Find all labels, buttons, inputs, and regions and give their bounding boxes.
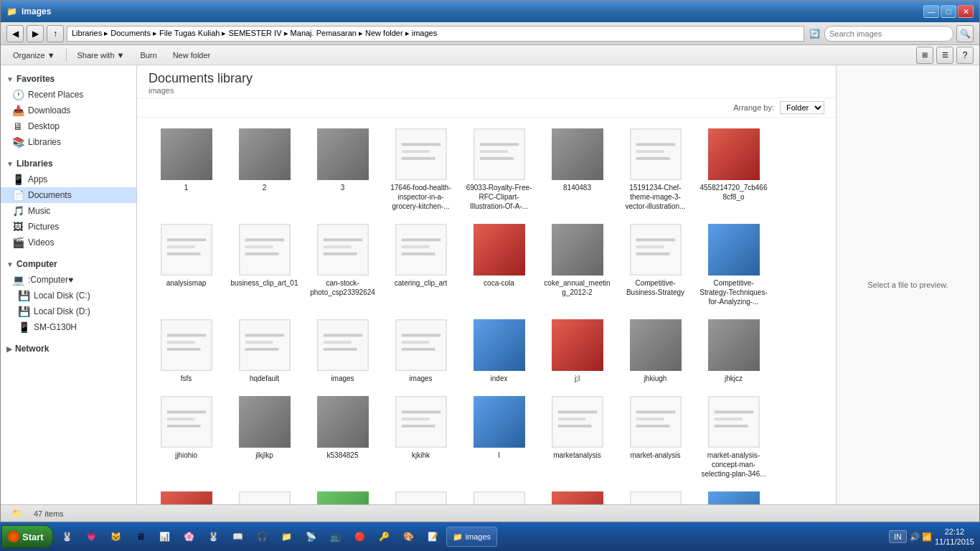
- clock[interactable]: 22:12 11/11/2015: [935, 527, 974, 547]
- sidebar-item-desktop[interactable]: 🖥 Desktop: [1, 118, 136, 134]
- file-item[interactable]: newcoke-adage-042210big: [461, 486, 537, 504]
- network-header[interactable]: ▶ Network: [1, 341, 136, 357]
- sidebar-item-libraries[interactable]: 📚 Libraries: [1, 134, 136, 150]
- file-item[interactable]: kjkihk: [383, 391, 458, 484]
- libraries-header[interactable]: ▼ Libraries: [1, 156, 136, 171]
- file-item[interactable]: images: [305, 314, 380, 388]
- file-item[interactable]: market-research-on-coca-cola-vs-pepsi-1-…: [149, 486, 224, 504]
- file-item[interactable]: new-coke-5-728: [383, 486, 458, 504]
- file-item[interactable]: 69033-Royalty-Free-RFC-Clipart-Illustrat…: [461, 123, 537, 216]
- sidebar-item-music[interactable]: 🎵 Music: [1, 203, 136, 219]
- taskbar-app-3[interactable]: 😺: [105, 525, 128, 548]
- file-item[interactable]: images: [383, 314, 458, 388]
- sidebar-item-recent-places[interactable]: 🕐 Recent Places: [1, 87, 136, 103]
- language-button[interactable]: IN: [889, 530, 907, 543]
- sidebar-item-videos[interactable]: 🎬 Videos: [1, 235, 136, 250]
- file-item[interactable]: j;l: [540, 314, 615, 388]
- file-item[interactable]: 3: [305, 123, 380, 216]
- start-button[interactable]: Start: [1, 525, 53, 548]
- taskbar-app-6[interactable]: 🌸: [178, 525, 201, 548]
- file-item[interactable]: analysismap: [149, 219, 224, 311]
- active-window-btn[interactable]: 📁 images: [446, 527, 497, 547]
- taskbar-app-13[interactable]: 🔴: [349, 525, 372, 548]
- file-thumbnail: [630, 491, 682, 504]
- file-item[interactable]: market-analysis: [618, 391, 693, 484]
- taskbar-app-9[interactable]: 🎧: [251, 525, 274, 548]
- new-folder-button[interactable]: New folder: [166, 49, 217, 62]
- minimize-button[interactable]: —: [923, 5, 939, 18]
- file-name: k5384825: [327, 451, 359, 460]
- sidebar-item-pictures[interactable]: 🖼 Pictures: [1, 219, 136, 235]
- organize-button[interactable]: Organize ▼: [6, 49, 62, 62]
- file-item[interactable]: maxresdefault: [227, 486, 302, 504]
- file-item[interactable]: fsfs: [149, 314, 224, 388]
- taskbar-app-11[interactable]: 📡: [300, 525, 323, 548]
- file-item[interactable]: k5384825: [305, 391, 380, 484]
- taskbar-app-10[interactable]: 📁: [275, 525, 298, 548]
- file-thumbnail: [161, 319, 212, 371]
- view-large-icons[interactable]: ⊞: [916, 47, 933, 64]
- maximize-button[interactable]: □: [941, 5, 956, 18]
- file-item[interactable]: new-coke-change: [540, 486, 615, 504]
- file-item[interactable]: 2: [227, 123, 302, 216]
- help-button[interactable]: ?: [956, 47, 974, 64]
- taskbar-app-7[interactable]: 🐰: [202, 525, 225, 548]
- svg-rect-26: [323, 238, 362, 241]
- file-item[interactable]: mis: [305, 486, 380, 504]
- up-button[interactable]: ↑: [47, 25, 64, 42]
- file-item[interactable]: 8140483: [540, 123, 615, 216]
- back-button[interactable]: ◀: [6, 25, 24, 42]
- burn-button[interactable]: Burn: [133, 49, 163, 62]
- file-item[interactable]: marketanalysis: [540, 391, 615, 484]
- taskbar-app-4[interactable]: 🖥: [129, 525, 152, 548]
- sidebar-item-downloads[interactable]: 📥 Downloads: [1, 103, 136, 118]
- file-item[interactable]: 1: [149, 123, 224, 216]
- file-item[interactable]: 4558214720_7cb4668cf8_o: [696, 123, 771, 216]
- taskbar-app-5[interactable]: 📊: [154, 525, 176, 548]
- file-item[interactable]: jlkjlkp: [227, 391, 302, 484]
- sidebar-item-sm-g130h[interactable]: 📱 SM-G130H: [1, 319, 136, 335]
- computer-header[interactable]: ▼ Computer: [1, 256, 136, 272]
- taskbar-app-2[interactable]: 💗: [80, 525, 103, 548]
- sidebar-item-computer[interactable]: 💻 :Computer♥: [1, 272, 136, 288]
- taskbar-app-15[interactable]: 🎨: [397, 525, 420, 548]
- share-with-button[interactable]: Share with ▼: [71, 49, 131, 62]
- taskbar-app-16[interactable]: 📝: [422, 525, 445, 548]
- file-item[interactable]: jjhiohio: [149, 391, 224, 484]
- file-item[interactable]: jhkiugh: [618, 314, 693, 388]
- arrange-select[interactable]: Folder Name Date Type: [780, 101, 824, 114]
- file-item[interactable]: market-analysis-concept-man-selecting-pl…: [696, 391, 771, 484]
- file-item[interactable]: 15191234-Chef-theme-image-3-vector-illus…: [618, 123, 693, 216]
- file-item[interactable]: 17646-food-health-inspector-in-a-grocery…: [383, 123, 458, 216]
- file-item[interactable]: index: [461, 314, 537, 388]
- sidebar-item-local-disk-d[interactable]: 💾 Local Disk (D:): [1, 303, 136, 319]
- search-input[interactable]: [824, 26, 953, 42]
- file-thumbnail: [395, 128, 447, 180]
- sidebar-item-documents[interactable]: 📄 Documents: [1, 187, 136, 203]
- sidebar-item-local-disk-c[interactable]: 💾 Local Disk (C:): [1, 288, 136, 303]
- file-item[interactable]: business_clip_art_01: [227, 219, 302, 311]
- close-button[interactable]: ✕: [958, 5, 974, 18]
- address-input[interactable]: [67, 26, 804, 42]
- favorites-header[interactable]: ▼ Favorites: [1, 71, 136, 87]
- file-item[interactable]: catering_clip_art: [383, 219, 458, 311]
- file-item[interactable]: coca-cola: [461, 219, 537, 311]
- search-button[interactable]: 🔍: [956, 25, 974, 42]
- forward-button[interactable]: ▶: [27, 25, 44, 42]
- file-item[interactable]: jhkjcz: [696, 314, 771, 388]
- taskbar-app-1[interactable]: 🐰: [56, 525, 79, 548]
- file-item[interactable]: can-stock-photo_csp23392624: [305, 219, 380, 311]
- taskbar-app-8[interactable]: 📖: [227, 525, 250, 548]
- file-item[interactable]: Competitive-Strategy-Techniques-for-Anal…: [696, 219, 771, 311]
- refresh-button[interactable]: 🔄: [807, 26, 821, 42]
- file-item[interactable]: l: [461, 391, 537, 484]
- file-item[interactable]: hqdefault: [227, 314, 302, 388]
- sidebar-item-apps[interactable]: 📱 Apps: [1, 171, 136, 187]
- taskbar-app-14[interactable]: 🔑: [373, 525, 396, 548]
- taskbar-app-12[interactable]: 📺: [324, 525, 347, 548]
- file-item[interactable]: coke_annual_meeting_2012-2: [540, 219, 615, 311]
- file-item[interactable]: porter-fiveforces model: [696, 486, 771, 504]
- file-item[interactable]: picture2: [618, 486, 693, 504]
- view-details[interactable]: ☰: [936, 47, 953, 64]
- file-item[interactable]: Competitive-Business-Strategy: [618, 219, 693, 311]
